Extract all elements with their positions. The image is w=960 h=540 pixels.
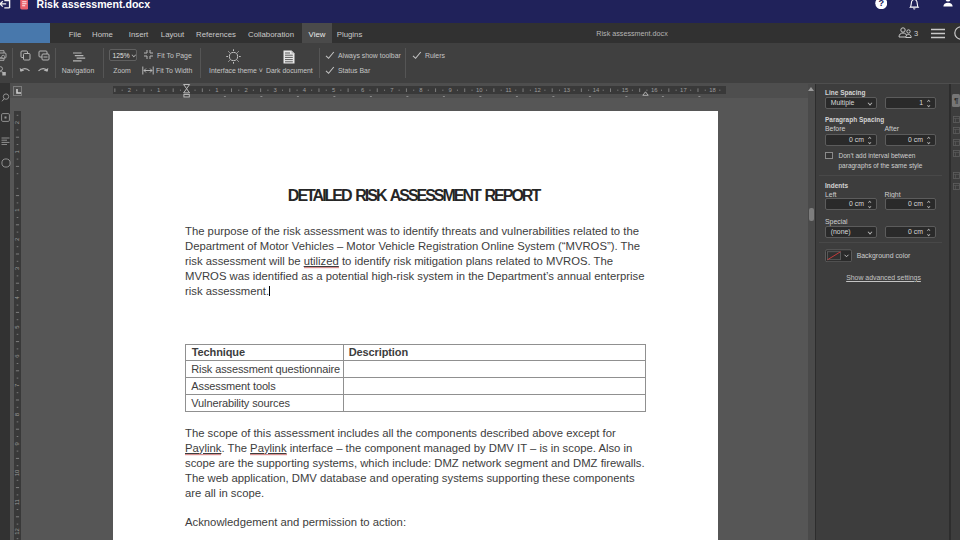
svg-text:6: 6 [14,354,20,358]
svg-text:2: 2 [14,121,20,124]
svg-text:7: 7 [390,88,393,94]
svg-text:12: 12 [14,528,20,535]
svg-text:3: 3 [14,266,20,270]
svg-text:2: 2 [244,88,247,94]
svg-text:9: 9 [14,442,20,445]
svg-text:14: 14 [592,88,599,94]
svg-text:?: ? [878,0,884,8]
svg-text:11: 11 [14,499,20,505]
svg-text:12: 12 [534,88,541,94]
svg-text:1: 1 [215,88,218,94]
svg-text:5: 5 [14,325,20,329]
svg-text:5: 5 [331,88,335,94]
svg-text:10: 10 [476,88,483,94]
svg-text:3: 3 [273,88,277,94]
svg-text:15: 15 [621,88,628,94]
svg-text:8: 8 [419,88,423,94]
svg-text:4: 4 [14,295,20,299]
svg-text:6: 6 [361,88,365,94]
svg-text:1: 1 [14,150,20,153]
svg-text:2: 2 [127,88,130,94]
svg-text:7: 7 [14,384,20,387]
svg-text:9: 9 [448,88,451,94]
svg-text:11: 11 [505,88,511,94]
svg-text:4: 4 [302,88,306,94]
svg-text:8: 8 [14,412,20,416]
svg-text:16: 16 [651,88,658,94]
svg-text:18: 18 [709,88,716,94]
svg-text:13: 13 [563,88,570,94]
svg-text:17: 17 [680,88,687,94]
svg-text:1: 1 [157,88,160,94]
svg-text:2: 2 [14,238,20,241]
svg-text:1: 1 [14,209,20,212]
svg-text:10: 10 [14,469,20,476]
